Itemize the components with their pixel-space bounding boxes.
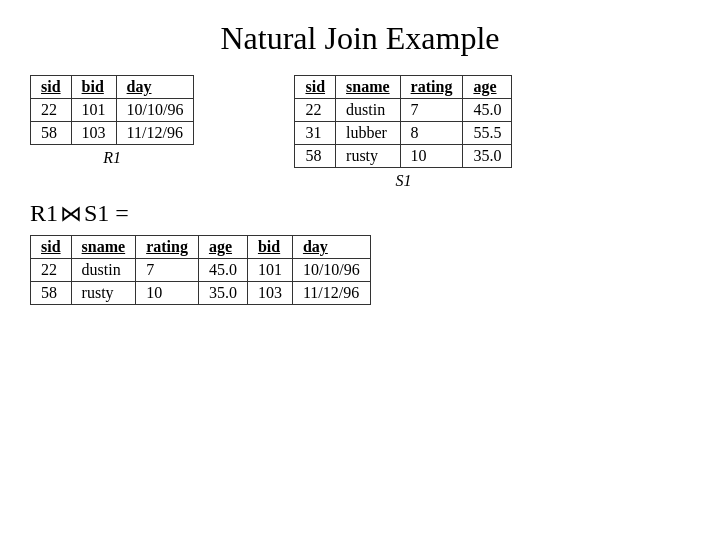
join-r1-label: R1	[30, 200, 58, 227]
s1-row3-rating: 10	[400, 145, 463, 168]
s1-row1-age: 45.0	[463, 99, 512, 122]
s1-col-age: age	[463, 76, 512, 99]
s1-row2-sid: 31	[295, 122, 336, 145]
res-row1-bid: 101	[247, 259, 292, 282]
s1-row1-rating: 7	[400, 99, 463, 122]
r1-row1-bid: 101	[71, 99, 116, 122]
s1-table: sid sname rating age 22 dustin 7 45.0 31	[294, 75, 512, 168]
table-row: 58 103 11/12/96	[31, 122, 194, 145]
res-row2-rating: 10	[136, 282, 199, 305]
res-row2-day: 11/12/96	[292, 282, 370, 305]
res-row1-day: 10/10/96	[292, 259, 370, 282]
res-col-bid: bid	[247, 236, 292, 259]
table-row: 22 101 10/10/96	[31, 99, 194, 122]
r1-row2-bid: 103	[71, 122, 116, 145]
table-row: 22 dustin 7 45.0	[295, 99, 512, 122]
s1-row2-rating: 8	[400, 122, 463, 145]
r1-table: sid bid day 22 101 10/10/96 58 103 11/12…	[30, 75, 194, 145]
res-row1-age: 45.0	[198, 259, 247, 282]
r1-row1-sid: 22	[31, 99, 72, 122]
r1-block: sid bid day 22 101 10/10/96 58 103 11/12…	[30, 75, 194, 167]
r1-col-bid: bid	[71, 76, 116, 99]
res-col-day: day	[292, 236, 370, 259]
res-row1-sid: 22	[31, 259, 72, 282]
page-title: Natural Join Example	[30, 20, 690, 57]
s1-row3-sid: 58	[295, 145, 336, 168]
s1-col-sid: sid	[295, 76, 336, 99]
s1-row2-sname: lubber	[336, 122, 401, 145]
res-row2-sname: rusty	[71, 282, 136, 305]
s1-row1-sname: dustin	[336, 99, 401, 122]
r1-col-sid: sid	[31, 76, 72, 99]
s1-block: sid sname rating age 22 dustin 7 45.0 31	[294, 75, 512, 190]
join-expression: R1 ⋈ S1 =	[30, 200, 690, 227]
s1-row2-age: 55.5	[463, 122, 512, 145]
s1-label: S1	[395, 172, 411, 190]
res-row1-sname: dustin	[71, 259, 136, 282]
page: Natural Join Example sid bid day 22 101 …	[0, 0, 720, 540]
r1-row2-day: 11/12/96	[116, 122, 194, 145]
table-row: 22 dustin 7 45.0 101 10/10/96	[31, 259, 371, 282]
table-row: 31 lubber 8 55.5	[295, 122, 512, 145]
join-s1-label: S1 =	[84, 200, 129, 227]
r1-row1-day: 10/10/96	[116, 99, 194, 122]
result-block: sid sname rating age bid day 22 dustin 7…	[30, 235, 690, 305]
res-row2-bid: 103	[247, 282, 292, 305]
res-col-sid: sid	[31, 236, 72, 259]
res-row2-sid: 58	[31, 282, 72, 305]
table-row: 58 rusty 10 35.0	[295, 145, 512, 168]
r1-row2-sid: 58	[31, 122, 72, 145]
res-col-age: age	[198, 236, 247, 259]
res-col-sname: sname	[71, 236, 136, 259]
res-row2-age: 35.0	[198, 282, 247, 305]
natural-join-icon: ⋈	[60, 201, 82, 227]
s1-col-rating: rating	[400, 76, 463, 99]
top-tables-row: sid bid day 22 101 10/10/96 58 103 11/12…	[30, 75, 690, 190]
s1-row3-age: 35.0	[463, 145, 512, 168]
res-col-rating: rating	[136, 236, 199, 259]
r1-label: R1	[103, 149, 121, 167]
s1-row1-sid: 22	[295, 99, 336, 122]
r1-col-day: day	[116, 76, 194, 99]
result-table: sid sname rating age bid day 22 dustin 7…	[30, 235, 371, 305]
s1-row3-sname: rusty	[336, 145, 401, 168]
s1-col-sname: sname	[336, 76, 401, 99]
table-row: 58 rusty 10 35.0 103 11/12/96	[31, 282, 371, 305]
res-row1-rating: 7	[136, 259, 199, 282]
